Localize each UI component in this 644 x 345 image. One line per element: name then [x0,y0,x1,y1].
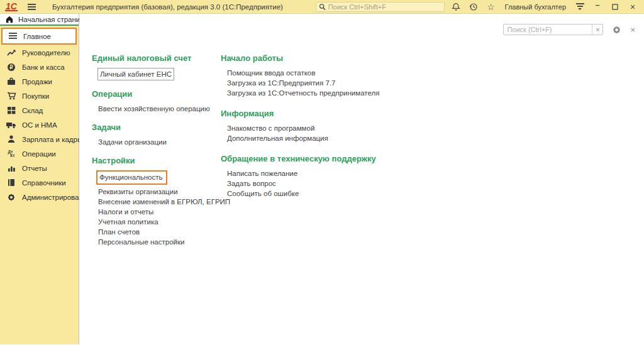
person-icon [6,134,16,144]
sidebar-item-home[interactable]: Начальная страница [0,14,79,26]
link-znakomstvo-s-programmoj[interactable]: Знакомство с программой [221,123,644,133]
sidebar-item-rukovoditelyu[interactable]: Руководителю [0,45,79,60]
start-page-right-column: Начало работы Помощник ввода остатков За… [221,53,644,256]
settings-gear-icon[interactable] [612,25,621,35]
clear-search-icon[interactable]: × [592,25,602,35]
cart-icon [6,91,16,101]
link-zagruzka-iz-1c-77[interactable]: Загрузка из 1С:Предприятия 7.7 [221,78,644,88]
section-nachalo-raboty: Начало работы Помощник ввода остатков За… [221,53,644,98]
sidebar-item-label: Склад [22,107,43,114]
1c-logo: 1С [5,3,18,11]
link-plan-schetov[interactable]: План счетов [92,227,221,237]
section-title[interactable]: Единый налоговый счет [92,53,221,63]
link-funkcionalnost[interactable]: Функциональность [92,170,221,185]
section-nastrojki: Настройки Функциональность Реквизиты орг… [92,156,221,247]
sidebar-item-os-i-nma[interactable]: ОС и НМА [0,118,79,132]
notifications-bell-icon[interactable] [450,1,462,13]
link-dopolnitelnaya-informaciya[interactable]: Дополнительная информация [221,133,644,143]
service-menu-icon[interactable] [574,1,586,13]
section-ens: Единый налоговый счет Личный кабинет ЕНС [92,53,221,80]
sidebar-item-label: Руководителю [22,49,70,57]
sidebar-item-label: Банк и касса [22,63,65,71]
sidebar-item-spravochniki[interactable]: Справочники [0,175,79,190]
link-lichnyj-kabinet-ens[interactable]: Личный кабинет ЕНС [92,68,221,80]
restore-button[interactable] [609,1,621,13]
section-tehpodderzhka: Обращение в техническую поддержку Написа… [221,154,644,199]
close-button[interactable]: × [626,1,639,13]
sidebar-item-sklad[interactable]: Склад [0,103,79,118]
sidebar-item-label: Справочники [22,179,66,187]
book-icon [6,178,16,187]
bar-chart-icon [6,163,16,173]
home-icon [4,14,14,24]
link-zadat-vopros[interactable]: Задать вопрос [221,178,644,189]
section-title[interactable]: Настройки [92,156,221,165]
link-vvesti-operaciyu[interactable]: Ввести хозяйственную операцию [92,104,221,114]
history-icon[interactable] [467,1,480,13]
pallet-icon [6,106,16,115]
minimize-button[interactable]: – [591,1,604,13]
sidebar-item-glavnoe[interactable]: Главное [1,28,77,45]
link-nalogi-i-otchety[interactable]: Налоги и отчеты [92,207,221,217]
window-title: Бухгалтерия предприятия (базовая), редак… [52,3,283,11]
section-title[interactable]: Задачи [92,123,221,132]
sidebar-item-bank-i-kassa[interactable]: ₽ Банк и касса [0,60,79,74]
sidebar-item-label: Главное [23,33,51,40]
user-role-label: Главный бухгалтер [505,3,566,11]
link-zagruzka-iz-1c-otchetnost[interactable]: Загрузка из 1С:Отчетность предпринимател… [221,88,644,98]
trend-icon [6,48,16,57]
section-informaciya: Информация Знакомство с программой Допол… [221,109,644,143]
link-vnesenie-izmenenij[interactable]: Внесение изменений в ЕГРЮЛ, ЕГРИП [92,197,221,207]
sidebar-item-pokupki[interactable]: Покупки [0,89,79,103]
section-title[interactable]: Обращение в техническую поддержку [221,154,644,163]
global-search-input[interactable] [328,3,441,11]
start-page: × × Единый налоговый счет Личный кабинет… [79,14,644,344]
link-zadachi-organizacii[interactable]: Задачи организации [92,137,221,147]
sidebar-item-label: Продажи [22,78,52,85]
sidebar-item-zarplata-i-kadry[interactable]: Зарплата и кадры [0,132,79,146]
sidebar-item-administrirovanie[interactable]: Администрирование [0,190,79,204]
link-uchetnaya-politika[interactable]: Учетная политика [92,217,221,227]
sidebar-item-operacii[interactable]: Дт Кт Операции [0,146,79,161]
link-rekvizity-organizacii[interactable]: Реквизиты организации [92,187,221,197]
global-search-box[interactable] [316,2,445,12]
sections-panel: Начальная страница Главное [0,14,79,344]
sidebar-item-label: Зарплата и кадры [22,136,82,143]
truck-icon [6,120,16,129]
menu-lines-icon [8,31,18,41]
close-page-icon[interactable]: × [630,26,635,34]
svg-text:₽: ₽ [9,64,13,70]
page-search-box[interactable]: × [503,24,603,35]
sidebar-item-label: Начальная страница [18,16,88,23]
sidebar-item-label: Операции [22,150,56,158]
link-personalnye-nastrojki[interactable]: Персональные настройки [92,237,221,247]
sidebar-item-label: ОС и НМА [22,121,57,129]
search-icon [319,3,326,11]
gear-icon [6,192,16,202]
favorites-star-icon[interactable]: ☆ [485,1,497,13]
section-title[interactable]: Информация [221,109,644,118]
section-title[interactable]: Операции [92,89,221,99]
sidebar-item-otchety[interactable]: Отчеты [0,161,79,175]
section-zadachi: Задачи Задачи организации [92,123,221,147]
link-pomoshchnik-vvoda-ostatkov[interactable]: Помощник ввода остатков [221,68,644,78]
sidebar-item-prodazhi[interactable]: Продажи [0,74,79,89]
coin-icon: ₽ [6,62,16,72]
sidebar-item-label: Отчеты [22,165,47,172]
section-operacii: Операции Ввести хозяйственную операцию [92,89,221,114]
link-soobshchit-ob-oshibke[interactable]: Сообщить об ошибке [221,189,644,199]
briefcase-icon [6,77,16,86]
page-search-input[interactable] [504,25,592,35]
link-napisat-pozhelanie[interactable]: Написать пожелание [221,168,644,178]
main-menu-icon[interactable] [28,4,36,10]
title-bar: 1С Бухгалтерия предприятия (базовая), ре… [0,0,644,14]
dtkt-icon: Дт Кт [6,149,16,158]
sidebar-item-label: Покупки [22,92,49,100]
section-title[interactable]: Начало работы [221,53,644,63]
start-page-left-column: Единый налоговый счет Личный кабинет ЕНС… [92,53,221,256]
